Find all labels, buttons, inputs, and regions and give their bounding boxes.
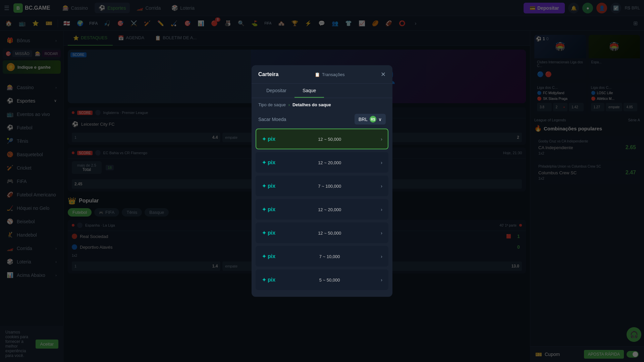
modal-tabs: Depositar Saque — [252, 84, 392, 98]
payment-option-5[interactable]: ✦ pix 12 ~ 50,000 › — [256, 223, 388, 243]
payment-arrow-6: › — [381, 254, 382, 259]
breadcrumb-arrow: › — [288, 102, 290, 107]
pix-text-7: pix — [268, 277, 275, 283]
payment-option-1[interactable]: ✦ pix 12 ~ 50,000 › — [256, 129, 388, 149]
tab-saque[interactable]: Saque — [294, 84, 324, 98]
payment-arrow-3: › — [381, 183, 382, 189]
modal-title: Carteira — [258, 71, 278, 77]
pix-logo-5: ✦ pix — [262, 228, 278, 238]
payment-range-2: 12 ~ 20,000 — [318, 160, 341, 165]
pix-icon-1: ✦ — [262, 135, 267, 143]
wallet-modal: Carteira 📋 Transações ✕ Depositar Saque … — [252, 65, 392, 297]
payment-left-1: ✦ pix — [262, 134, 278, 144]
payment-left-5: ✦ pix — [262, 228, 278, 238]
pix-logo-4: ✦ pix — [262, 204, 278, 215]
payment-left-3: ✦ pix — [262, 181, 278, 191]
pix-text-6: pix — [268, 253, 275, 259]
breadcrumb-tipo: Tipo de saque — [258, 102, 286, 107]
payment-range-3: 7 ~ 100,000 — [318, 183, 341, 188]
payment-range-4: 12 ~ 20,000 — [318, 207, 341, 212]
currency-chevron: ∨ — [378, 117, 382, 122]
breadcrumb: Tipo de saque › Detalhes do saque — [252, 98, 392, 111]
payment-left-4: ✦ pix — [262, 204, 278, 215]
payment-option-7[interactable]: ✦ pix 5 ~ 50,000 › — [256, 269, 388, 290]
sacar-moeda-label: Sacar Moeda — [258, 117, 286, 122]
currency-symbol: R$ — [370, 116, 376, 123]
payment-left-6: ✦ pix — [262, 251, 278, 261]
tab-depositar[interactable]: Depositar — [258, 84, 294, 98]
payment-arrow-2: › — [381, 160, 382, 165]
modal-header: Carteira 📋 Transações ✕ — [252, 65, 392, 84]
pix-logo-7: ✦ pix — [262, 275, 278, 285]
transactions-icon: 📋 — [315, 72, 320, 77]
payment-range-5: 12 ~ 50,000 — [318, 230, 341, 235]
pix-text-3: pix — [268, 183, 275, 189]
pix-icon-7: ✦ — [262, 276, 267, 284]
currency-select[interactable]: BRL R$ ∨ — [355, 114, 386, 125]
pix-text-1: pix — [268, 136, 275, 142]
breadcrumb-detalhes: Detalhes do saque — [292, 102, 331, 107]
payment-arrow-1: › — [381, 136, 382, 142]
payment-option-3[interactable]: ✦ pix 7 ~ 100,000 › — [256, 176, 388, 196]
pix-logo-3: ✦ pix — [262, 181, 278, 191]
pix-logo-1: ✦ pix — [262, 134, 278, 144]
currency-text: BRL — [359, 117, 368, 122]
modal-close-btn[interactable]: ✕ — [381, 71, 386, 78]
pix-icon-6: ✦ — [262, 253, 267, 260]
pix-text-5: pix — [268, 230, 275, 236]
payment-range-7: 5 ~ 50,000 — [319, 277, 340, 282]
payment-range-6: 7 ~ 10,000 — [319, 254, 340, 259]
payment-range-1: 12 ~ 50,000 — [318, 136, 341, 141]
currency-row: Sacar Moeda BRL R$ ∨ — [252, 111, 392, 129]
pix-text-2: pix — [268, 160, 275, 166]
pix-icon-2: ✦ — [262, 159, 267, 166]
pix-logo-2: ✦ pix — [262, 158, 278, 168]
payment-option-4[interactable]: ✦ pix 12 ~ 20,000 › — [256, 199, 388, 220]
pix-icon-4: ✦ — [262, 206, 267, 213]
pix-icon-5: ✦ — [262, 229, 267, 237]
payment-option-6[interactable]: ✦ pix 7 ~ 10,000 › — [256, 246, 388, 267]
pix-text-4: pix — [268, 206, 275, 213]
pix-icon-3: ✦ — [262, 182, 267, 190]
payment-list: ✦ pix 12 ~ 50,000 › ✦ pix 12 ~ 20,000 › — [252, 129, 392, 297]
payment-left-7: ✦ pix — [262, 275, 278, 285]
payment-left-2: ✦ pix — [262, 158, 278, 168]
payment-arrow-7: › — [381, 277, 382, 283]
payment-arrow-4: › — [381, 207, 382, 212]
payment-option-2[interactable]: ✦ pix 12 ~ 20,000 › — [256, 152, 388, 173]
pix-logo-6: ✦ pix — [262, 251, 278, 261]
payment-arrow-5: › — [381, 230, 382, 236]
modal-transactions-btn[interactable]: 📋 Transações — [315, 72, 344, 77]
